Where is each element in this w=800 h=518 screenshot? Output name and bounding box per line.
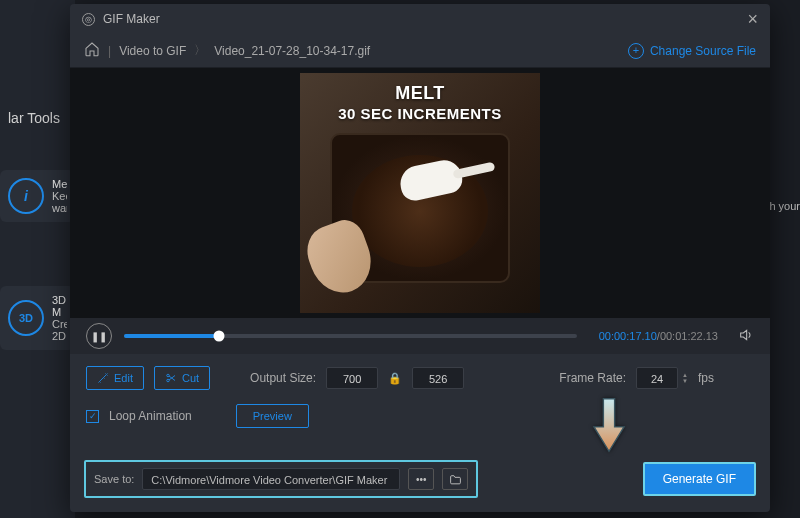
lock-icon[interactable]: 🔒 bbox=[388, 372, 402, 385]
preview-area: MELT 30 SEC INCREMENTS bbox=[70, 68, 770, 318]
footer: Save to: C:\Vidmore\Vidmore Video Conver… bbox=[70, 450, 770, 512]
generate-gif-button[interactable]: Generate GIF bbox=[643, 462, 756, 496]
seek-slider[interactable] bbox=[124, 334, 577, 338]
edit-label: Edit bbox=[114, 372, 133, 384]
loop-label: Loop Animation bbox=[109, 409, 192, 423]
output-width-field[interactable]: 700 bbox=[326, 367, 378, 389]
fps-field[interactable]: 24 bbox=[636, 367, 678, 389]
save-to-group: Save to: C:\Vidmore\Vidmore Video Conver… bbox=[84, 460, 478, 498]
crumb-file: Video_21-07-28_10-34-17.gif bbox=[214, 44, 370, 58]
time-display: 00:00:17.10/00:01:22.13 bbox=[599, 330, 718, 342]
titlebar: ◎ GIF Maker × bbox=[70, 4, 770, 34]
output-size-label: Output Size: bbox=[250, 371, 316, 385]
home-icon[interactable] bbox=[84, 41, 100, 60]
change-source-button[interactable]: + Change Source File bbox=[628, 43, 756, 59]
plus-circle-icon: + bbox=[628, 43, 644, 59]
close-icon[interactable]: × bbox=[747, 9, 758, 30]
preview-label: Preview bbox=[253, 410, 292, 422]
output-height-field[interactable]: 526 bbox=[412, 367, 464, 389]
bg-card-media: i Med Keep want bbox=[0, 170, 75, 222]
transport-bar: ❚❚ 00:00:17.10/00:01:22.13 bbox=[70, 318, 770, 354]
pause-button[interactable]: ❚❚ bbox=[86, 323, 112, 349]
bg-card-3d: 3D 3D M Crea 2D bbox=[0, 286, 75, 350]
loop-checkbox[interactable]: ✓ bbox=[86, 410, 99, 423]
breadcrumb: | Video to GIF 〉 Video_21-07-28_10-34-17… bbox=[70, 34, 770, 68]
video-frame[interactable]: MELT 30 SEC INCREMENTS bbox=[300, 73, 540, 313]
edit-button[interactable]: Edit bbox=[86, 366, 144, 390]
app-icon: ◎ bbox=[82, 13, 95, 26]
cut-label: Cut bbox=[182, 372, 199, 384]
chevron-right-icon: 〉 bbox=[194, 42, 206, 59]
crumb-sep: | bbox=[108, 44, 111, 58]
sidebar-heading: lar Tools bbox=[0, 100, 68, 136]
save-path-field[interactable]: C:\Vidmore\Vidmore Video Converter\GIF M… bbox=[142, 468, 400, 490]
app-title: GIF Maker bbox=[103, 12, 160, 26]
fps-unit: fps bbox=[698, 371, 714, 385]
wand-icon bbox=[97, 372, 109, 384]
volume-icon[interactable] bbox=[738, 327, 754, 346]
video-overlay-text: MELT 30 SEC INCREMENTS bbox=[300, 83, 540, 123]
cut-button[interactable]: Cut bbox=[154, 366, 210, 390]
open-folder-button[interactable] bbox=[442, 468, 468, 490]
save-to-label: Save to: bbox=[94, 473, 134, 485]
gif-maker-dialog: ◎ GIF Maker × | Video to GIF 〉 Video_21-… bbox=[70, 4, 770, 512]
change-source-label: Change Source File bbox=[650, 44, 756, 58]
more-button[interactable]: ••• bbox=[408, 468, 434, 490]
preview-button[interactable]: Preview bbox=[236, 404, 309, 428]
crumb-root[interactable]: Video to GIF bbox=[119, 44, 186, 58]
scissors-icon bbox=[165, 372, 177, 384]
fps-spinner[interactable]: ▲▼ bbox=[682, 372, 688, 384]
frame-rate-label: Frame Rate: bbox=[559, 371, 626, 385]
